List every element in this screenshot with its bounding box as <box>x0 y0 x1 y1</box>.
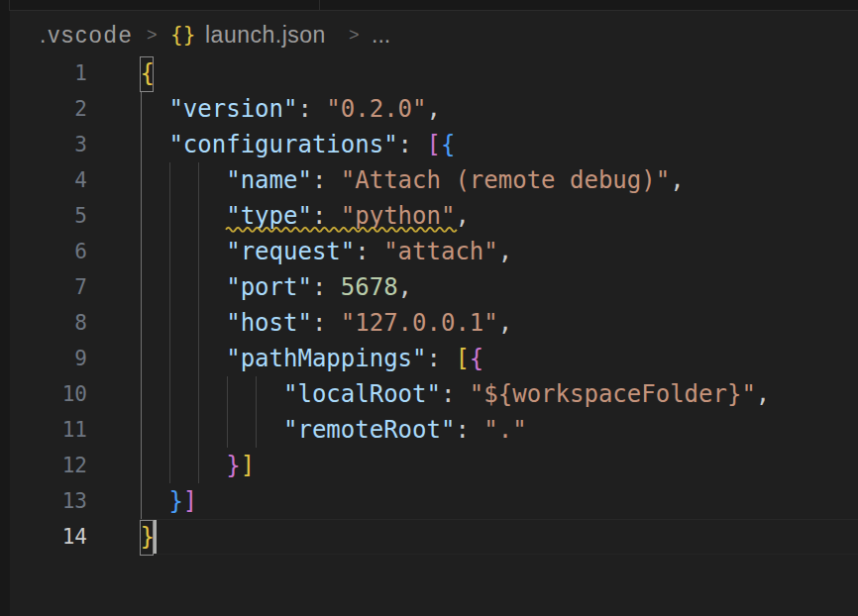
token <box>141 202 227 230</box>
token: "localRoot" <box>141 380 441 408</box>
tab-separator-right <box>319 0 320 10</box>
code-line-9[interactable]: "pathMappings": [{ <box>141 341 484 376</box>
code-line-row-5[interactable]: 5 "type": "python", <box>0 198 858 234</box>
tab-separator-left <box>9 0 10 10</box>
bracket-match-box-close <box>140 520 155 556</box>
token: : <box>312 273 341 301</box>
bracket-match-box-open <box>140 56 155 92</box>
code-line-6[interactable]: "request": "attach", <box>141 234 513 269</box>
json-file-icon: {} <box>170 20 195 50</box>
token: : <box>426 345 455 372</box>
code-line-row-13[interactable]: 13 }] <box>0 483 858 519</box>
code-line-row-9[interactable]: 9 "pathMappings": [{ <box>0 341 858 376</box>
token: "attach" <box>383 238 498 265</box>
code-line-4[interactable]: "name": "Attach (remote debug)", <box>141 162 685 198</box>
token: "${workspaceFolder}" <box>470 380 756 408</box>
token: "name" <box>141 166 312 194</box>
token: [ <box>455 345 469 372</box>
code-line-row-8[interactable]: 8 "host": "127.0.0.1", <box>0 305 858 341</box>
token: { <box>470 345 483 372</box>
token: "127.0.0.1" <box>341 309 498 337</box>
token: "host" <box>141 309 312 337</box>
code-line-row-3[interactable]: 3 "configurations": [{ <box>0 127 858 162</box>
token: : <box>297 95 326 123</box>
token: "pathMappings" <box>141 345 427 372</box>
token: , <box>498 309 512 337</box>
token: "configurations" <box>141 131 398 158</box>
warning-squiggle-region: "type": "python" <box>226 198 455 234</box>
line-number-8[interactable]: 8 <box>0 305 87 341</box>
token: : <box>312 166 341 194</box>
code-line-10[interactable]: "localRoot": "${workspaceFolder}", <box>141 376 771 412</box>
warning-squiggle <box>226 225 456 232</box>
code-line-row-14[interactable]: 14} <box>0 519 858 555</box>
code-line-11[interactable]: "remoteRoot": "." <box>141 412 527 448</box>
line-number-11[interactable]: 11 <box>0 412 87 448</box>
breadcrumb-file[interactable]: launch.json <box>205 20 326 50</box>
line-number-6[interactable]: 6 <box>0 234 87 269</box>
code-line-2[interactable]: "version": "0.2.0", <box>141 91 441 127</box>
text-cursor <box>154 520 157 554</box>
token: : <box>312 309 341 337</box>
token: , <box>455 202 469 230</box>
token: "remoteRoot" <box>141 416 456 444</box>
code-line-7[interactable]: "port": 5678, <box>141 269 413 305</box>
code-line-row-10[interactable]: 10 "localRoot": "${workspaceFolder}", <box>0 376 858 412</box>
code-line-row-1[interactable]: 1{ <box>0 55 858 91</box>
code-line-12[interactable]: }] <box>141 448 256 483</box>
line-number-10[interactable]: 10 <box>0 376 87 412</box>
token: "Attach (remote debug)" <box>341 166 670 194</box>
line-number-12[interactable]: 12 <box>0 448 87 483</box>
code-line-row-7[interactable]: 7 "port": 5678, <box>0 269 858 305</box>
line-number-1[interactable]: 1 <box>0 55 87 91</box>
code-line-row-12[interactable]: 12 }] <box>0 448 858 483</box>
token: } <box>226 452 240 479</box>
line-number-2[interactable]: 2 <box>0 91 87 127</box>
line-number-7[interactable]: 7 <box>0 269 87 305</box>
tab-bar <box>0 0 858 10</box>
code-line-3[interactable]: "configurations": [{ <box>141 127 456 162</box>
token: : <box>355 238 383 265</box>
token: 5678 <box>341 273 398 301</box>
line-number-13[interactable]: 13 <box>0 483 87 519</box>
token: } <box>168 487 182 515</box>
token: , <box>398 273 412 301</box>
token: "version" <box>141 95 298 123</box>
code-line-row-6[interactable]: 6 "request": "attach", <box>0 234 858 269</box>
line-number-4[interactable]: 4 <box>0 162 87 198</box>
token: "0.2.0" <box>326 95 426 123</box>
token: : <box>441 380 470 408</box>
code-line-row-2[interactable]: 2 "version": "0.2.0", <box>0 91 858 127</box>
token <box>141 452 227 479</box>
breadcrumb-ellipsis[interactable]: ... <box>372 20 390 50</box>
code-line-row-4[interactable]: 4 "name": "Attach (remote debug)", <box>0 162 858 198</box>
token: , <box>498 238 512 265</box>
token: "port" <box>141 273 312 301</box>
breadcrumb-folder[interactable]: .vscode <box>40 20 134 50</box>
token: [ <box>427 131 441 158</box>
token: ] <box>183 487 197 515</box>
token: "." <box>483 416 526 444</box>
breadcrumb-separator-1: > <box>147 20 158 50</box>
token: { <box>441 131 455 158</box>
token: : <box>398 131 427 158</box>
token: : <box>455 416 483 444</box>
token: , <box>427 95 441 123</box>
code-line-8[interactable]: "host": "127.0.0.1", <box>141 305 513 341</box>
line-number-3[interactable]: 3 <box>0 127 87 162</box>
breadcrumb: .vscode > {} launch.json > ... <box>0 20 858 50</box>
code-line-row-11[interactable]: 11 "remoteRoot": "." <box>0 412 858 448</box>
line-number-9[interactable]: 9 <box>0 341 87 376</box>
token <box>141 487 169 515</box>
code-line-13[interactable]: }] <box>141 483 198 519</box>
code-line-5[interactable]: "type": "python", <box>141 198 470 234</box>
line-number-14[interactable]: 14 <box>0 519 87 555</box>
token: "request" <box>141 238 356 265</box>
token: ] <box>241 452 255 479</box>
token: , <box>670 166 684 194</box>
token: , <box>756 380 770 408</box>
breadcrumb-separator-2: > <box>349 20 360 50</box>
line-number-5[interactable]: 5 <box>0 198 87 234</box>
